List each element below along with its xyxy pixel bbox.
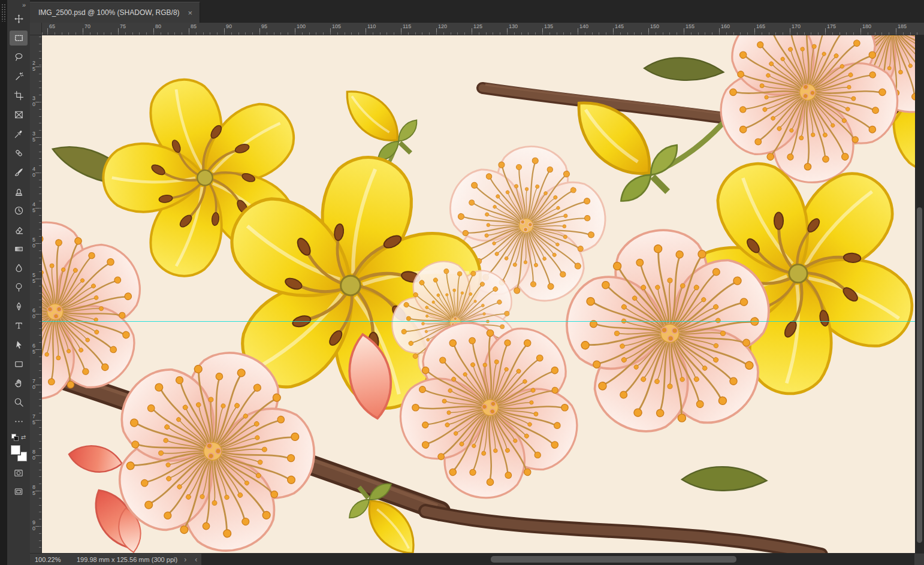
frame-tool[interactable] bbox=[10, 107, 28, 122]
ruler-label: 155 bbox=[686, 23, 694, 29]
spot-healing-brush-tool[interactable] bbox=[10, 146, 28, 161]
frame-icon bbox=[14, 110, 24, 120]
ruler-label: 185 bbox=[898, 23, 907, 29]
dodge-tool[interactable] bbox=[10, 280, 28, 295]
blur-tool[interactable] bbox=[10, 261, 28, 276]
history-brush-tool[interactable] bbox=[10, 203, 28, 218]
ruler-tick bbox=[542, 28, 543, 35]
vertical-scrollbar[interactable] bbox=[915, 35, 924, 553]
ruler-label: 160 bbox=[721, 23, 730, 29]
ruler-label: 7 0 bbox=[32, 379, 35, 390]
ruler-corner[interactable] bbox=[30, 23, 42, 35]
ruler-tick bbox=[507, 28, 508, 35]
ruler-label: 150 bbox=[650, 23, 659, 29]
ruler-tick bbox=[47, 28, 48, 35]
pen-tool[interactable] bbox=[10, 299, 28, 314]
foreground-color-swatch[interactable] bbox=[11, 445, 20, 455]
gradient-tool[interactable] bbox=[10, 241, 28, 256]
default-colors-icon[interactable] bbox=[11, 434, 19, 441]
ruler-label: 9 0 bbox=[32, 520, 35, 531]
edit-toolbar-button[interactable] bbox=[10, 414, 28, 429]
ruler-row: 6570758085909510010511011512012513013514… bbox=[30, 23, 924, 35]
ruler-tick bbox=[825, 28, 826, 35]
type-icon bbox=[14, 321, 24, 331]
ruler-tick bbox=[330, 28, 331, 35]
ruler-label: 125 bbox=[473, 23, 482, 29]
ruler-label: 95 bbox=[261, 23, 267, 29]
ruler-tick bbox=[754, 28, 755, 35]
ruler-tick bbox=[896, 28, 896, 35]
canvas-artwork[interactable] bbox=[42, 35, 915, 553]
hand-tool[interactable] bbox=[10, 376, 28, 391]
ruler-label: 170 bbox=[792, 23, 801, 29]
eyedropper-icon bbox=[14, 129, 24, 139]
ruler-label: 145 bbox=[615, 23, 624, 29]
horizontal-guide[interactable] bbox=[42, 321, 915, 322]
ruler-tick bbox=[35, 279, 41, 279]
ruler-label: 70 bbox=[84, 23, 90, 29]
ruler-tick bbox=[35, 420, 41, 421]
tool-list bbox=[10, 11, 28, 429]
close-icon[interactable]: × bbox=[188, 8, 193, 17]
ruler-label: 4 5 bbox=[32, 202, 35, 213]
horizontal-scrollbar[interactable] bbox=[201, 554, 914, 565]
rectangular-marquee-tool[interactable] bbox=[10, 31, 28, 46]
ruler-tick bbox=[189, 28, 189, 35]
ruler-tick bbox=[118, 28, 119, 35]
ruler-label: 110 bbox=[367, 23, 376, 29]
vertical-ruler[interactable]: 2 53 03 54 04 55 05 56 06 57 07 58 08 59… bbox=[30, 35, 42, 553]
horizontal-scrollbar-thumb[interactable] bbox=[491, 556, 736, 563]
ruler-tick bbox=[472, 28, 472, 35]
ruler-label: 7 5 bbox=[32, 414, 35, 425]
scroll-left-chevron[interactable]: ‹ bbox=[191, 555, 201, 564]
crop-icon bbox=[14, 90, 24, 101]
canvas-viewport[interactable] bbox=[42, 35, 915, 553]
ruler-tick bbox=[35, 455, 41, 456]
ruler-tick bbox=[35, 491, 41, 491]
document-info[interactable]: 199.98 mm x 125.56 mm (300 ppi) bbox=[74, 556, 180, 563]
zoom-tool[interactable] bbox=[10, 395, 28, 410]
ruler-tick bbox=[153, 28, 154, 35]
color-swatches bbox=[11, 445, 27, 461]
status-expand-chevron[interactable]: › bbox=[180, 555, 191, 564]
ruler-label: 8 0 bbox=[32, 449, 35, 461]
magic-wand-tool[interactable] bbox=[10, 69, 28, 84]
dodge-icon bbox=[14, 282, 24, 292]
clone-stamp-tool[interactable] bbox=[10, 184, 28, 199]
ruler-tick bbox=[684, 28, 684, 35]
crop-tool[interactable] bbox=[10, 88, 28, 103]
rectangle-shape-tool[interactable] bbox=[10, 356, 28, 371]
brush-tool[interactable] bbox=[10, 165, 28, 180]
swap-colors-icon[interactable]: ⇄ bbox=[21, 434, 26, 440]
horizontal-ruler[interactable]: 6570758085909510010511011512012513013514… bbox=[42, 23, 924, 35]
ruler-tick bbox=[35, 385, 41, 385]
ruler-tick bbox=[401, 28, 401, 35]
ruler-label: 5 0 bbox=[32, 237, 35, 249]
ruler-tick bbox=[578, 28, 578, 35]
collapse-toolbar-button[interactable]: » bbox=[22, 1, 30, 8]
brush-icon bbox=[14, 167, 24, 177]
ruler-tick bbox=[860, 28, 861, 35]
move-tool[interactable] bbox=[10, 11, 28, 26]
ruler-label: 80 bbox=[155, 23, 161, 29]
ruler-tick bbox=[35, 243, 41, 244]
quick-mask-button[interactable] bbox=[10, 466, 28, 480]
rectangle-icon bbox=[14, 359, 24, 369]
lasso-tool[interactable] bbox=[10, 50, 28, 65]
ruler-label: 65 bbox=[49, 23, 55, 29]
type-tool[interactable] bbox=[10, 318, 28, 333]
zoom-level-field[interactable]: 100.22% bbox=[30, 556, 74, 563]
document-tab[interactable]: IMG_2500.psd @ 100% (SHADOW, RGB/8) × bbox=[30, 2, 200, 23]
vertical-scrollbar-thumb[interactable] bbox=[917, 207, 922, 543]
panel-grip-dots bbox=[1, 4, 6, 22]
ruler-tick bbox=[613, 28, 614, 35]
zoom-icon bbox=[14, 397, 24, 407]
ruler-label: 85 bbox=[191, 23, 197, 29]
ruler-tick bbox=[224, 28, 225, 35]
ruler-label: 3 0 bbox=[32, 96, 35, 107]
eraser-tool[interactable] bbox=[10, 222, 28, 237]
screen-mode-button[interactable] bbox=[10, 484, 28, 498]
eyedropper-tool[interactable] bbox=[10, 126, 28, 141]
path-selection-tool[interactable] bbox=[10, 337, 28, 352]
healing-brush-icon bbox=[14, 148, 24, 158]
